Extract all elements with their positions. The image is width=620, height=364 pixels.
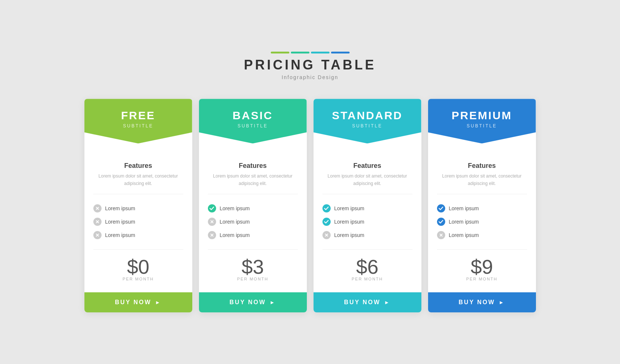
check-icon bbox=[322, 218, 331, 226]
buy-button-premium[interactable]: BUY NOW► bbox=[428, 292, 536, 312]
features-desc-free: Lorem ipsum dolor sit amet, consectetur … bbox=[93, 173, 183, 194]
price-amount-free: $0 bbox=[93, 255, 183, 278]
feature-list-premium: Lorem ipsumLorem ipsumLorem ipsum bbox=[437, 202, 527, 242]
card-header-free: FREESUBTITLE bbox=[84, 99, 192, 143]
plan-name-free: FREE bbox=[92, 109, 185, 122]
feature-text: Lorem ipsum bbox=[449, 205, 479, 211]
price-period-standard: PER MONTH bbox=[322, 277, 412, 281]
feature-text: Lorem ipsum bbox=[220, 205, 250, 211]
features-title-free: Features bbox=[93, 162, 183, 170]
cross-icon bbox=[208, 218, 216, 226]
check-icon bbox=[437, 218, 445, 226]
features-title-standard: Features bbox=[322, 162, 412, 170]
cross-icon bbox=[437, 231, 445, 239]
cross-icon bbox=[93, 231, 102, 239]
buy-button-label: BUY NOW bbox=[115, 299, 151, 306]
card-header-premium: PREMIUMSUBTITLE bbox=[428, 99, 536, 143]
plan-name-standard: STANDARD bbox=[321, 109, 414, 122]
buy-button-basic[interactable]: BUY NOW► bbox=[199, 292, 307, 312]
cross-icon bbox=[93, 218, 102, 226]
price-section-free: $0PER MONTH bbox=[93, 249, 183, 285]
price-amount-premium: $9 bbox=[437, 255, 527, 278]
plan-subtitle-standard: SUBTITLE bbox=[321, 123, 414, 129]
feature-text: Lorem ipsum bbox=[105, 219, 135, 225]
feature-text: Lorem ipsum bbox=[105, 205, 135, 211]
cards-container: FREESUBTITLEFeaturesLorem ipsum dolor si… bbox=[84, 99, 536, 312]
bar-green bbox=[271, 52, 289, 53]
price-period-premium: PER MONTH bbox=[437, 277, 527, 281]
list-item: Lorem ipsum bbox=[93, 215, 183, 228]
feature-text: Lorem ipsum bbox=[220, 219, 250, 225]
features-desc-premium: Lorem ipsum dolor sit amet, consectetur … bbox=[437, 173, 527, 194]
list-item: Lorem ipsum bbox=[93, 228, 183, 242]
list-item: Lorem ipsum bbox=[208, 202, 298, 215]
list-item: Lorem ipsum bbox=[208, 228, 298, 242]
card-free: FREESUBTITLEFeaturesLorem ipsum dolor si… bbox=[84, 99, 192, 312]
header-bars bbox=[244, 52, 376, 53]
list-item: Lorem ipsum bbox=[208, 215, 298, 228]
card-body-basic: FeaturesLorem ipsum dolor sit amet, cons… bbox=[199, 143, 307, 292]
card-body-standard: FeaturesLorem ipsum dolor sit amet, cons… bbox=[314, 143, 421, 292]
card-basic: BASICSUBTITLEFeaturesLorem ipsum dolor s… bbox=[199, 99, 307, 312]
feature-text: Lorem ipsum bbox=[449, 219, 479, 225]
check-icon bbox=[208, 204, 216, 212]
feature-list-free: Lorem ipsumLorem ipsumLorem ipsum bbox=[93, 202, 183, 242]
price-section-basic: $3PER MONTH bbox=[208, 249, 298, 285]
card-body-premium: FeaturesLorem ipsum dolor sit amet, cons… bbox=[428, 143, 536, 292]
price-period-free: PER MONTH bbox=[93, 277, 183, 281]
price-amount-basic: $3 bbox=[208, 255, 298, 278]
feature-text: Lorem ipsum bbox=[334, 205, 364, 211]
price-section-standard: $6PER MONTH bbox=[322, 249, 412, 285]
check-icon bbox=[322, 204, 331, 212]
card-header-standard: STANDARDSUBTITLE bbox=[314, 99, 421, 143]
feature-text: Lorem ipsum bbox=[220, 232, 250, 238]
page-wrapper: PRICING TABLE Infographic Design FREESUB… bbox=[0, 52, 620, 312]
feature-text: Lorem ipsum bbox=[105, 232, 135, 238]
features-title-premium: Features bbox=[437, 162, 527, 170]
buy-button-label: BUY NOW bbox=[344, 299, 380, 306]
list-item: Lorem ipsum bbox=[437, 228, 527, 242]
list-item: Lorem ipsum bbox=[322, 228, 412, 242]
feature-text: Lorem ipsum bbox=[449, 232, 479, 238]
features-desc-basic: Lorem ipsum dolor sit amet, consectetur … bbox=[208, 173, 298, 194]
list-item: Lorem ipsum bbox=[437, 215, 527, 228]
page-header: PRICING TABLE Infographic Design bbox=[244, 52, 376, 80]
feature-list-basic: Lorem ipsumLorem ipsumLorem ipsum bbox=[208, 202, 298, 242]
features-desc-standard: Lorem ipsum dolor sit amet, consectetur … bbox=[322, 173, 412, 194]
plan-subtitle-free: SUBTITLE bbox=[92, 123, 185, 129]
page-title: PRICING TABLE bbox=[244, 57, 376, 73]
bar-cyan bbox=[311, 52, 330, 53]
bar-teal bbox=[291, 52, 309, 53]
price-period-basic: PER MONTH bbox=[208, 277, 298, 281]
card-premium: PREMIUMSUBTITLEFeaturesLorem ipsum dolor… bbox=[428, 99, 536, 312]
page-subtitle: Infographic Design bbox=[244, 74, 376, 80]
feature-text: Lorem ipsum bbox=[334, 219, 364, 225]
bar-blue bbox=[331, 52, 350, 53]
buy-button-label: BUY NOW bbox=[229, 299, 266, 306]
price-amount-standard: $6 bbox=[322, 255, 412, 278]
cross-icon bbox=[322, 231, 331, 239]
cross-icon bbox=[93, 204, 102, 212]
list-item: Lorem ipsum bbox=[322, 215, 412, 228]
feature-text: Lorem ipsum bbox=[334, 232, 364, 238]
buy-button-standard[interactable]: BUY NOW► bbox=[314, 292, 421, 312]
cross-icon bbox=[208, 231, 216, 239]
plan-subtitle-basic: SUBTITLE bbox=[206, 123, 299, 129]
plan-subtitle-premium: SUBTITLE bbox=[436, 123, 529, 129]
card-standard: STANDARDSUBTITLEFeaturesLorem ipsum dolo… bbox=[314, 99, 421, 312]
card-body-free: FeaturesLorem ipsum dolor sit amet, cons… bbox=[84, 143, 192, 292]
plan-name-basic: BASIC bbox=[206, 109, 299, 122]
price-section-premium: $9PER MONTH bbox=[437, 249, 527, 285]
arrow-right-icon: ► bbox=[270, 299, 276, 305]
features-title-basic: Features bbox=[208, 162, 298, 170]
buy-button-label: BUY NOW bbox=[459, 299, 495, 306]
plan-name-premium: PREMIUM bbox=[436, 109, 529, 122]
list-item: Lorem ipsum bbox=[437, 202, 527, 215]
list-item: Lorem ipsum bbox=[93, 202, 183, 215]
list-item: Lorem ipsum bbox=[322, 202, 412, 215]
buy-button-free[interactable]: BUY NOW► bbox=[84, 292, 192, 312]
check-icon bbox=[437, 204, 445, 212]
card-header-basic: BASICSUBTITLE bbox=[199, 99, 307, 143]
arrow-right-icon: ► bbox=[499, 299, 505, 305]
feature-list-standard: Lorem ipsumLorem ipsumLorem ipsum bbox=[322, 202, 412, 242]
